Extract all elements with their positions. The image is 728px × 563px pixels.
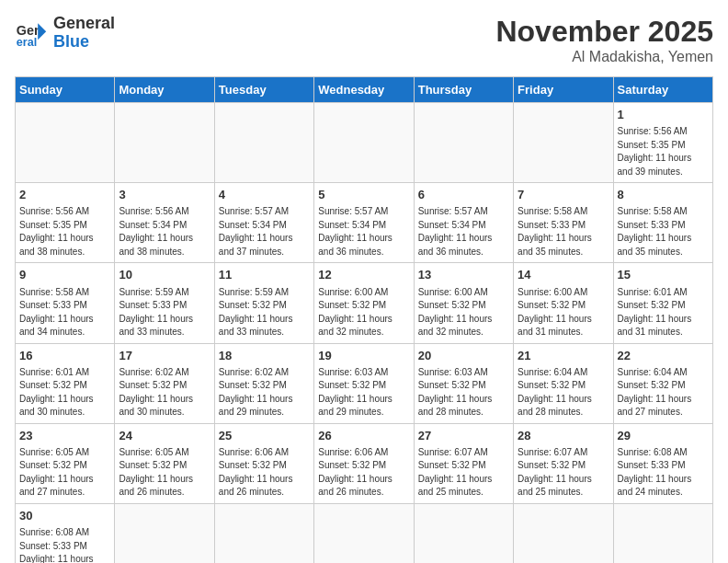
weekday-header: SundayMondayTuesdayWednesdayThursdayFrid… — [16, 77, 713, 103]
day-number: 4 — [219, 187, 310, 203]
day-number: 27 — [418, 428, 509, 444]
day-number: 21 — [518, 348, 609, 364]
day-info: Sunrise: 6:03 AM Sunset: 5:32 PM Dayligh… — [418, 366, 509, 419]
calendar-cell: 19Sunrise: 6:03 AM Sunset: 5:32 PM Dayli… — [314, 343, 414, 423]
header: Gen eral General Blue November 2025 Al M… — [15, 15, 713, 65]
day-info: Sunrise: 6:00 AM Sunset: 5:32 PM Dayligh… — [518, 286, 609, 339]
calendar-cell: 8Sunrise: 5:58 AM Sunset: 5:33 PM Daylig… — [613, 183, 712, 263]
day-number: 29 — [618, 428, 709, 444]
calendar-cell: 17Sunrise: 6:02 AM Sunset: 5:32 PM Dayli… — [115, 343, 214, 423]
day-number: 7 — [518, 187, 609, 203]
day-info: Sunrise: 6:07 AM Sunset: 5:32 PM Dayligh… — [518, 446, 609, 500]
day-info: Sunrise: 5:58 AM Sunset: 5:33 PM Dayligh… — [618, 205, 709, 259]
calendar-week-5: 23Sunrise: 6:05 AM Sunset: 5:32 PM Dayli… — [16, 423, 713, 503]
logo-icon: Gen eral — [15, 17, 48, 50]
calendar-week-4: 16Sunrise: 6:01 AM Sunset: 5:32 PM Dayli… — [16, 343, 713, 423]
calendar-cell: 21Sunrise: 6:04 AM Sunset: 5:32 PM Dayli… — [514, 343, 613, 423]
calendar-cell: 24Sunrise: 6:05 AM Sunset: 5:32 PM Dayli… — [115, 423, 214, 503]
calendar-cell: 22Sunrise: 6:04 AM Sunset: 5:32 PM Dayli… — [613, 343, 712, 423]
calendar-cell: 14Sunrise: 6:00 AM Sunset: 5:32 PM Dayli… — [514, 263, 613, 343]
weekday-thursday: Thursday — [414, 77, 513, 103]
calendar-cell — [414, 103, 513, 183]
calendar-cell — [514, 503, 613, 563]
calendar-cell: 20Sunrise: 6:03 AM Sunset: 5:32 PM Dayli… — [414, 343, 513, 423]
day-number: 24 — [119, 428, 210, 444]
day-info: Sunrise: 6:02 AM Sunset: 5:32 PM Dayligh… — [119, 366, 210, 419]
calendar-cell: 16Sunrise: 6:01 AM Sunset: 5:32 PM Dayli… — [16, 343, 115, 423]
day-number: 30 — [19, 508, 110, 524]
calendar-week-6: 30Sunrise: 6:08 AM Sunset: 5:33 PM Dayli… — [16, 503, 713, 563]
day-number: 15 — [618, 267, 709, 283]
day-info: Sunrise: 5:59 AM Sunset: 5:32 PM Dayligh… — [219, 286, 310, 339]
day-info: Sunrise: 6:00 AM Sunset: 5:32 PM Dayligh… — [318, 286, 409, 339]
weekday-saturday: Saturday — [613, 77, 712, 103]
day-info: Sunrise: 5:58 AM Sunset: 5:33 PM Dayligh… — [518, 205, 609, 259]
calendar-cell: 27Sunrise: 6:07 AM Sunset: 5:32 PM Dayli… — [414, 423, 513, 503]
day-info: Sunrise: 6:07 AM Sunset: 5:32 PM Dayligh… — [418, 446, 509, 500]
day-info: Sunrise: 6:05 AM Sunset: 5:32 PM Dayligh… — [119, 446, 210, 500]
calendar-cell: 4Sunrise: 5:57 AM Sunset: 5:34 PM Daylig… — [214, 183, 313, 263]
calendar-cell: 28Sunrise: 6:07 AM Sunset: 5:32 PM Dayli… — [514, 423, 613, 503]
day-info: Sunrise: 6:06 AM Sunset: 5:32 PM Dayligh… — [318, 446, 409, 500]
day-info: Sunrise: 6:00 AM Sunset: 5:32 PM Dayligh… — [418, 286, 509, 339]
calendar-week-1: 1Sunrise: 5:56 AM Sunset: 5:35 PM Daylig… — [16, 103, 713, 183]
day-info: Sunrise: 6:08 AM Sunset: 5:33 PM Dayligh… — [618, 446, 709, 500]
day-number: 1 — [618, 107, 709, 123]
calendar-cell: 15Sunrise: 6:01 AM Sunset: 5:32 PM Dayli… — [613, 263, 712, 343]
weekday-wednesday: Wednesday — [314, 77, 414, 103]
day-number: 16 — [19, 348, 110, 364]
calendar-cell — [115, 103, 214, 183]
day-number: 19 — [318, 348, 409, 364]
day-number: 11 — [219, 267, 310, 283]
day-info: Sunrise: 6:01 AM Sunset: 5:32 PM Dayligh… — [618, 286, 709, 339]
day-number: 17 — [119, 348, 210, 364]
day-info: Sunrise: 6:03 AM Sunset: 5:32 PM Dayligh… — [318, 366, 409, 419]
calendar-cell: 30Sunrise: 6:08 AM Sunset: 5:33 PM Dayli… — [16, 503, 115, 563]
svg-text:eral: eral — [17, 36, 37, 49]
day-number: 10 — [119, 267, 210, 283]
day-number: 28 — [518, 428, 609, 444]
day-info: Sunrise: 6:01 AM Sunset: 5:32 PM Dayligh… — [19, 366, 110, 419]
calendar-cell: 1Sunrise: 5:56 AM Sunset: 5:35 PM Daylig… — [613, 103, 712, 183]
day-number: 22 — [618, 348, 709, 364]
day-info: Sunrise: 5:57 AM Sunset: 5:34 PM Dayligh… — [418, 205, 509, 259]
day-info: Sunrise: 5:58 AM Sunset: 5:33 PM Dayligh… — [19, 286, 110, 339]
day-number: 23 — [19, 428, 110, 444]
day-info: Sunrise: 6:04 AM Sunset: 5:32 PM Dayligh… — [518, 366, 609, 419]
day-info: Sunrise: 5:59 AM Sunset: 5:33 PM Dayligh… — [119, 286, 210, 339]
calendar-cell: 5Sunrise: 5:57 AM Sunset: 5:34 PM Daylig… — [314, 183, 414, 263]
calendar-cell: 25Sunrise: 6:06 AM Sunset: 5:32 PM Dayli… — [214, 423, 313, 503]
day-number: 9 — [19, 267, 110, 283]
calendar-cell — [414, 503, 513, 563]
weekday-sunday: Sunday — [16, 77, 115, 103]
calendar-cell: 11Sunrise: 5:59 AM Sunset: 5:32 PM Dayli… — [214, 263, 313, 343]
calendar-cell — [314, 503, 414, 563]
title-area: November 2025 Al Madakisha, Yemen — [495, 15, 713, 65]
day-info: Sunrise: 6:04 AM Sunset: 5:32 PM Dayligh… — [618, 366, 709, 419]
calendar-cell: 6Sunrise: 5:57 AM Sunset: 5:34 PM Daylig… — [414, 183, 513, 263]
calendar-cell: 7Sunrise: 5:58 AM Sunset: 5:33 PM Daylig… — [514, 183, 613, 263]
day-info: Sunrise: 5:57 AM Sunset: 5:34 PM Dayligh… — [318, 205, 409, 259]
calendar-cell: 23Sunrise: 6:05 AM Sunset: 5:32 PM Dayli… — [16, 423, 115, 503]
day-number: 8 — [618, 187, 709, 203]
calendar-cell: 18Sunrise: 6:02 AM Sunset: 5:32 PM Dayli… — [214, 343, 313, 423]
day-info: Sunrise: 5:57 AM Sunset: 5:34 PM Dayligh… — [219, 205, 310, 259]
day-info: Sunrise: 5:56 AM Sunset: 5:35 PM Dayligh… — [618, 125, 709, 178]
calendar-cell — [115, 503, 214, 563]
day-number: 3 — [119, 187, 210, 203]
calendar-cell: 13Sunrise: 6:00 AM Sunset: 5:32 PM Dayli… — [414, 263, 513, 343]
calendar-cell: 26Sunrise: 6:06 AM Sunset: 5:32 PM Dayli… — [314, 423, 414, 503]
calendar-cell: 2Sunrise: 5:56 AM Sunset: 5:35 PM Daylig… — [16, 183, 115, 263]
calendar-cell: 29Sunrise: 6:08 AM Sunset: 5:33 PM Dayli… — [613, 423, 712, 503]
calendar-cell — [613, 503, 712, 563]
logo-text: General Blue — [53, 15, 115, 52]
day-number: 26 — [318, 428, 409, 444]
day-number: 2 — [19, 187, 110, 203]
weekday-friday: Friday — [514, 77, 613, 103]
day-number: 25 — [219, 428, 310, 444]
location-title: Al Madakisha, Yemen — [495, 49, 713, 65]
day-info: Sunrise: 5:56 AM Sunset: 5:34 PM Dayligh… — [119, 205, 210, 259]
weekday-tuesday: Tuesday — [214, 77, 313, 103]
calendar-body: 1Sunrise: 5:56 AM Sunset: 5:35 PM Daylig… — [16, 103, 713, 564]
day-info: Sunrise: 6:05 AM Sunset: 5:32 PM Dayligh… — [19, 446, 110, 500]
